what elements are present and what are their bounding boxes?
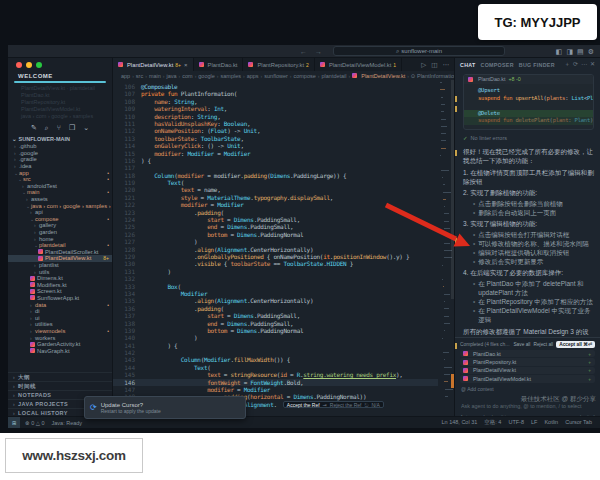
breadcrumb-item[interactable]: src <box>136 73 143 79</box>
breadcrumb-item[interactable]: sunflower <box>264 73 288 79</box>
accept-all-button[interactable]: Accept all ⌘⏎ <box>556 341 595 348</box>
statusbar-item[interactable]: UTF-8 <box>508 419 524 426</box>
reject-ref-button[interactable]: Reject the Ref <box>330 402 362 407</box>
tree-item[interactable]: ⌄plantdetail• <box>8 242 112 249</box>
code-line[interactable]: 119 Text( <box>113 179 438 186</box>
statusbar-item[interactable]: ⊗ 0 △ 0 <box>25 420 45 426</box>
code-line[interactable]: 141 ) { <box>113 342 438 349</box>
tab-control-icon[interactable]: ◫ <box>431 61 437 69</box>
tree-item[interactable]: ›.idea <box>8 163 112 170</box>
code-line[interactable]: 122 modifier = Modifier <box>113 201 438 208</box>
code-line[interactable]: 112 onNamePosition: (Float) -> Unit, <box>113 127 438 134</box>
breadcrumb-item[interactable]: app <box>121 73 130 79</box>
changed-file-row[interactable]: PlantDao.kt＋ <box>460 350 595 357</box>
code-line[interactable]: 115 modifier: Modifier = Modifier <box>113 150 438 157</box>
code-line[interactable]: 142 <box>113 349 438 356</box>
tree-item[interactable]: Modifiers.kt <box>8 281 112 288</box>
tab-bug-finder[interactable]: BUG FINDER <box>519 62 555 68</box>
minimize-window-button[interactable] <box>26 62 32 68</box>
save-all-button[interactable]: Save all <box>513 342 530 347</box>
chat-header-icon[interactable]: ⋯ <box>581 60 587 69</box>
open-editor-item[interactable]: PlantRepository.kt <box>8 99 112 106</box>
code-viewport[interactable]: 106@Composable107private fun PlantInform… <box>113 80 454 417</box>
tree-item[interactable]: ›viewmodels• <box>8 328 112 335</box>
tab-chat[interactable]: CHAT <box>460 62 476 68</box>
tree-item[interactable]: ›androidTest <box>8 183 112 190</box>
tree-item[interactable]: ›di <box>8 308 112 315</box>
statusbar-item[interactable]: Java: Ready <box>52 420 83 426</box>
tree-item[interactable]: ›ui <box>8 314 112 321</box>
open-editor-item[interactable]: PlantDao.kt <box>8 92 112 99</box>
tree-item[interactable]: ›utilities <box>8 321 112 328</box>
breadcrumb-item[interactable]: java <box>166 73 176 79</box>
lint-status[interactable]: ✓ No linter errors <box>463 134 594 143</box>
panel-toggle-icon[interactable]: ◧ <box>556 48 563 55</box>
tree-item[interactable]: ›plantlist <box>8 262 112 269</box>
breadcrumb-item[interactable]: plantdetail <box>321 73 346 79</box>
code-line[interactable]: 114 onGalleryClick: () -> Unit, <box>113 142 438 149</box>
editor-tab[interactable]: PlantRepository.kt2 <box>243 58 314 71</box>
code-line[interactable]: 109 wateringInterval: Int, <box>113 105 438 112</box>
open-editor-item[interactable]: PlantDetailViewModel.kt <box>8 106 112 113</box>
code-line[interactable]: 127 ) <box>113 238 438 245</box>
statusbar-item[interactable]: Kotlin <box>544 419 558 426</box>
editor-tab[interactable]: PlantDetailViewModel.kt1 <box>315 58 402 71</box>
code-line[interactable]: 113 toolbarState: ToolbarState, <box>113 135 438 142</box>
panel-toggle-icon[interactable]: ⚙ <box>588 48 594 55</box>
code-line[interactable]: 110 description: String, <box>113 113 438 120</box>
breadcrumb-file[interactable]: PlantDetailView.kt <box>352 73 405 79</box>
statusbar-item[interactable]: 空格: 4 <box>484 419 501 426</box>
code-line[interactable]: 132 <box>113 275 438 282</box>
tree-item[interactable]: ›.github <box>8 143 112 150</box>
chat-header-icon[interactable]: ✕ <box>590 60 595 69</box>
code-line[interactable]: 131 ) <box>113 268 438 275</box>
code-line[interactable]: 120 text = name, <box>113 186 438 193</box>
minimap[interactable] <box>440 82 450 415</box>
breadcrumb-item[interactable]: google <box>198 73 215 79</box>
code-line[interactable]: 117 <box>113 164 438 171</box>
code-line[interactable]: 139 bottom = Dimens.PaddingNormal <box>113 327 438 334</box>
close-icon[interactable]: × <box>184 62 188 68</box>
breadcrumb-item[interactable]: main <box>149 73 161 79</box>
changed-file-row[interactable]: PlantDetailViewModel.kt＋ <box>460 375 595 382</box>
chat-header-icon[interactable]: ⟳ <box>573 60 578 69</box>
tree-item[interactable]: ›gallery <box>8 222 112 229</box>
panel-toggle-icon[interactable]: ▤ <box>577 48 584 55</box>
sidebar-section-大纲[interactable]: ›大纲 <box>8 372 112 381</box>
code-line[interactable]: 124 start = Dimens.PaddingSmall, <box>113 216 438 223</box>
inline-diff-widget[interactable]: Accept the Ref⇥Reject the Ref⎋N/A <box>283 401 384 408</box>
tree-item[interactable]: PlantDetailScroller.kt <box>8 249 112 256</box>
code-line[interactable]: 137 start = Dimens.PaddingSmall, <box>113 312 438 319</box>
tree-item[interactable]: Screen.kt <box>8 288 112 295</box>
code-line[interactable]: 144 Text( <box>113 364 438 371</box>
changed-file-row[interactable]: PlantDetailView.kt＋ <box>460 367 595 374</box>
tree-item[interactable]: SunflowerApp.kt <box>8 295 112 302</box>
code-line[interactable]: 138 end = Dimens.PaddingSmall, <box>113 320 438 327</box>
code-line[interactable]: 128 .align(Alignment.CenterHorizontally) <box>113 246 438 253</box>
nav-arrows[interactable]: ← → <box>300 48 325 55</box>
editor-tab[interactable]: PlantDetailView.kt8+× <box>113 58 194 71</box>
sidebar-tab-welcome[interactable]: WELCOME <box>8 71 112 80</box>
tree-item[interactable]: GardenActivity.kt <box>8 341 112 348</box>
breadcrumb-item[interactable]: apps <box>247 73 259 79</box>
code-line[interactable]: 116) { <box>113 157 438 164</box>
code-line[interactable]: 108 name: String, <box>113 98 438 105</box>
code-line[interactable]: 118 Column(modifier = modifier.padding(D… <box>113 172 438 179</box>
tree-item[interactable]: ⌄src• <box>8 176 112 183</box>
code-line[interactable]: 125 end = Dimens.PaddingSmall, <box>113 223 438 230</box>
tree-item[interactable]: PlantDetailView.kt8+ <box>8 255 112 262</box>
code-line[interactable]: 136 .padding( <box>113 305 438 312</box>
code-line[interactable]: 147 modifier = Modifier <box>113 386 438 393</box>
tab-control-icon[interactable]: ⋯ <box>443 61 450 69</box>
code-line[interactable]: 123 .padding( <box>113 209 438 216</box>
tree-item[interactable]: ›assets <box>8 196 112 203</box>
close-window-button[interactable] <box>16 62 22 68</box>
statusbar-item[interactable]: Ln 148, Col 31 <box>442 419 478 426</box>
breadcrumb-symbol[interactable]: ⊙ PlantInformation <box>411 73 454 79</box>
update-toast[interactable]: ⟳ Update Cursor? Restart to apply the up… <box>84 396 246 419</box>
code-line[interactable]: 106@Composable <box>113 83 438 90</box>
chat-header-icon[interactable]: ＋ <box>564 60 570 69</box>
code-line[interactable]: 129 .onGloballyPositioned { onNamePositi… <box>113 253 438 260</box>
zoom-window-button[interactable] <box>36 62 42 68</box>
tree-item[interactable]: Dimens.kt <box>8 275 112 282</box>
